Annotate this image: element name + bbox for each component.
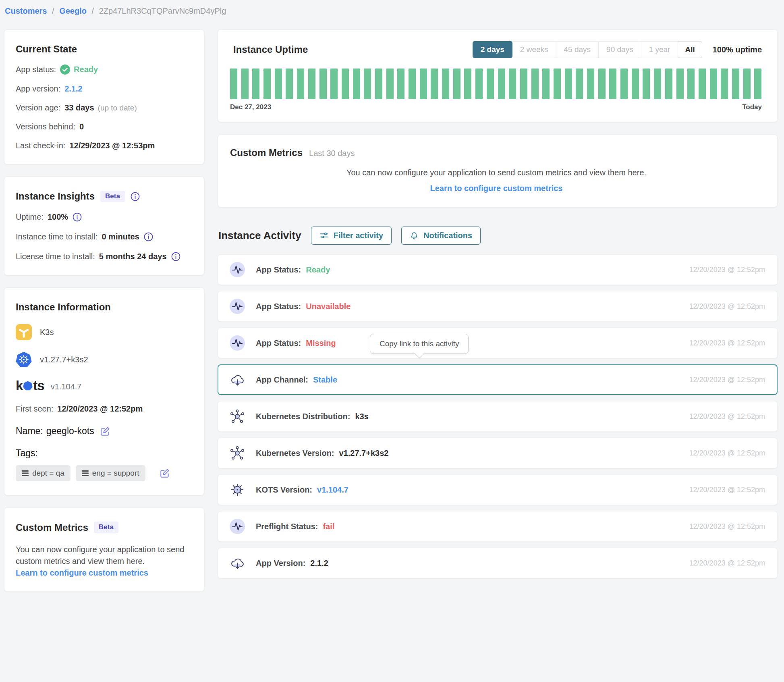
activity-label: Kubernetes Version: — [256, 449, 334, 458]
activity-row-app-version[interactable]: App Version: 2.1.2 12/20/2023 @ 12:52pm — [218, 548, 778, 578]
kots-o-heptagon — [23, 381, 33, 391]
uptime-bar — [409, 69, 416, 99]
kots-logo-k: k — [16, 379, 23, 392]
uptime-bar — [252, 69, 259, 99]
first-seen-value: 12/20/2023 @ 12:52pm — [57, 404, 143, 414]
uptime-bar — [754, 69, 761, 99]
tab-2-weeks[interactable]: 2 weeks — [512, 42, 556, 58]
uptime-bar — [665, 69, 672, 99]
edit-name-icon[interactable] — [100, 426, 110, 437]
instance-information-card: Instance Information K3s v1.27.7+k3s2 k … — [4, 287, 204, 495]
kots-version-value: v1.104.7 — [51, 382, 82, 392]
uptime-bar — [509, 69, 516, 99]
activity-row-preflight-status[interactable]: Preflight Status: fail 12/20/2023 @ 12:5… — [218, 511, 778, 542]
configure-metrics-link[interactable]: Learn to configure custom metrics — [230, 184, 763, 193]
uptime-bar — [364, 69, 371, 99]
breadcrumb-separator: / — [92, 6, 94, 15]
kubernetes-icon — [16, 351, 32, 368]
tab-all[interactable]: All — [678, 41, 702, 58]
first-seen-label: First seen: — [16, 404, 53, 414]
versions-behind-row: Versions behind: 0 — [16, 122, 193, 131]
distribution-row: K3s — [16, 324, 193, 340]
uptime-bar — [710, 69, 717, 99]
instance-name-value: geeglo-kots — [46, 426, 94, 437]
custom-metrics-panel: Custom Metrics Last 30 days You can now … — [218, 135, 778, 207]
uptime-value: 100% — [48, 212, 68, 222]
uptime-bar — [330, 69, 338, 99]
uptime-bar — [308, 69, 315, 99]
uptime-bar — [565, 69, 572, 99]
info-icon[interactable] — [144, 232, 153, 241]
activity-timestamp: 12/20/2023 @ 12:52pm — [689, 412, 765, 421]
uptime-range-tabs: 2 days 2 weeks 45 days 90 days 1 year Al… — [473, 41, 702, 58]
version-age-label: Version age: — [16, 103, 60, 112]
instance-insights-card: Instance Insights Beta Uptime: 100% Inst… — [4, 177, 204, 275]
custom-metrics-body: You can now configure your application t… — [16, 544, 193, 568]
uptime-bar — [743, 69, 751, 99]
tab-90-days[interactable]: 90 days — [599, 42, 641, 58]
uptime-bar — [654, 69, 661, 99]
instance-uptime-title: Instance Uptime — [233, 44, 308, 55]
uptime-bar — [676, 69, 684, 99]
activity-row-app-status-ready[interactable]: App Status: Ready 12/20/2023 @ 12:52pm — [218, 254, 778, 285]
activity-timestamp: 12/20/2023 @ 12:52pm — [689, 486, 765, 494]
uptime-bar — [230, 69, 237, 99]
activity-row-k8s-distribution[interactable]: Kubernetes Distribution: k3s 12/20/2023 … — [218, 401, 778, 432]
configure-metrics-link[interactable]: Learn to configure custom metrics — [16, 568, 148, 578]
instance-tti-row: Instance time to install: 0 minutes — [16, 232, 193, 241]
instance-tti-label: Instance time to install: — [16, 232, 97, 241]
activity-timestamp: 12/20/2023 @ 12:52pm — [689, 266, 765, 274]
uptime-bar — [397, 69, 404, 99]
uptime-bar — [554, 69, 561, 99]
filter-activity-button[interactable]: Filter activity — [311, 227, 392, 245]
info-icon[interactable] — [131, 192, 140, 201]
uptime-bars — [230, 69, 762, 99]
activity-row-app-status-unavailable[interactable]: App Status: Unavailable 12/20/2023 @ 12:… — [218, 291, 778, 322]
license-tti-row: License time to install: 5 months 24 day… — [16, 252, 193, 261]
activity-value: k3s — [355, 412, 368, 421]
activity-list: Copy link to this activity App Status: R… — [218, 254, 778, 578]
info-icon[interactable] — [73, 212, 82, 222]
edit-tags-icon[interactable] — [160, 468, 170, 478]
breadcrumb-customer-link[interactable]: Geeglo — [59, 6, 87, 15]
copy-link-tooltip: Copy link to this activity — [370, 334, 469, 354]
instance-insights-title: Instance Insights — [16, 191, 95, 202]
tab-45-days[interactable]: 45 days — [556, 42, 599, 58]
versions-behind-label: Versions behind: — [16, 122, 75, 131]
activity-value: fail — [323, 522, 334, 531]
app-status-value: Ready — [74, 65, 98, 74]
version-age-value: 33 days — [64, 103, 94, 112]
filter-activity-label: Filter activity — [334, 231, 383, 240]
tab-1-year[interactable]: 1 year — [641, 42, 678, 58]
custom-metrics-panel-body: You can now configure your application t… — [230, 168, 763, 177]
activity-row-k8s-version[interactable]: Kubernetes Version: v1.27.7+k3s2 12/20/2… — [218, 438, 778, 468]
custom-metrics-panel-title: Custom Metrics — [230, 147, 303, 158]
instance-information-title: Instance Information — [16, 301, 193, 313]
activity-row-app-channel[interactable]: App Channel: Stable 12/20/2023 @ 12:52pm — [218, 364, 778, 395]
uptime-bar — [263, 69, 271, 99]
pulse-icon — [229, 298, 245, 314]
uptime-bar — [531, 69, 539, 99]
app-version-link[interactable]: 2.1.2 — [64, 84, 82, 94]
tab-2-days[interactable]: 2 days — [473, 41, 512, 58]
activity-row-kots-version[interactable]: KOTS Version: v1.104.7 12/20/2023 @ 12:5… — [218, 474, 778, 505]
activity-timestamp: 12/20/2023 @ 12:52pm — [689, 376, 765, 384]
uptime-bar — [609, 69, 616, 99]
uptime-bar — [632, 69, 639, 99]
activity-timestamp: 12/20/2023 @ 12:52pm — [689, 449, 765, 457]
activity-row-app-status-missing[interactable]: App Status: Missing 12/20/2023 @ 12:52pm — [218, 328, 778, 358]
cloud-download-icon — [229, 372, 245, 388]
uptime-bar — [297, 69, 304, 99]
uptime-bar — [275, 69, 282, 99]
tag-chip: eng = support — [76, 465, 145, 481]
breadcrumb-customers-link[interactable]: Customers — [5, 6, 47, 15]
activity-value: Missing — [306, 339, 336, 348]
uptime-label: Uptime: — [16, 212, 44, 222]
uptime-bar — [353, 69, 360, 99]
notifications-button[interactable]: Notifications — [401, 227, 481, 245]
info-icon[interactable] — [171, 252, 180, 261]
activity-value: Ready — [306, 265, 330, 274]
cloud-download-icon — [229, 555, 245, 571]
custom-metrics-card: Custom Metrics Beta You can now configur… — [4, 507, 204, 592]
check-circle-icon — [60, 64, 70, 75]
